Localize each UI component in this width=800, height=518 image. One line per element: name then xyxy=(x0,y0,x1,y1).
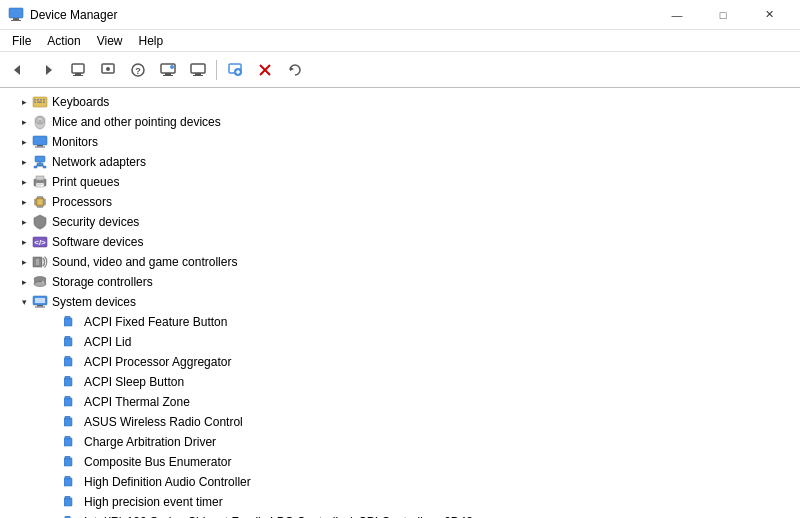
svg-text:</>: </> xyxy=(34,238,46,247)
leaf-spacer xyxy=(48,454,64,470)
cpu-icon xyxy=(32,194,48,210)
svg-rect-14 xyxy=(163,75,173,76)
monitors-label: Monitors xyxy=(52,135,98,149)
monitor-icon xyxy=(32,134,48,150)
properties-button[interactable] xyxy=(64,56,92,84)
system-label: System devices xyxy=(52,295,136,309)
tree-item-security[interactable]: Security devices xyxy=(0,212,800,232)
forward-button[interactable] xyxy=(34,56,62,84)
svg-point-73 xyxy=(42,281,44,283)
menu-action[interactable]: Action xyxy=(39,30,88,52)
svg-marker-25 xyxy=(290,67,294,71)
sound-icon xyxy=(32,254,48,270)
menu-view[interactable]: View xyxy=(89,30,131,52)
svg-rect-1 xyxy=(13,18,19,20)
svg-rect-97 xyxy=(65,496,70,499)
network-label: Network adapters xyxy=(52,155,146,169)
charge-arb-label: Charge Arbitration Driver xyxy=(84,435,216,449)
svg-rect-95 xyxy=(65,476,70,479)
svg-rect-93 xyxy=(65,456,70,459)
expand-icon[interactable] xyxy=(16,134,32,150)
collapse-icon[interactable] xyxy=(16,294,32,310)
leaf-spacer xyxy=(48,374,64,390)
maximize-button[interactable]: □ xyxy=(700,0,746,30)
svg-rect-17 xyxy=(195,73,201,75)
remove-button[interactable] xyxy=(251,56,279,84)
tree-item-mice[interactable]: Mice and other pointing devices xyxy=(0,112,800,132)
tree-item-network[interactable]: Network adapters xyxy=(0,152,800,172)
tree-item-sound[interactable]: Sound, video and game controllers xyxy=(0,252,800,272)
app-icon xyxy=(8,7,24,23)
tree-item-composite[interactable]: Composite Bus Enumerator xyxy=(0,452,800,472)
sysdev-icon xyxy=(64,314,80,330)
storage-icon xyxy=(32,274,48,290)
svg-marker-4 xyxy=(46,65,52,75)
acpi-thermal-label: ACPI Thermal Zone xyxy=(84,395,190,409)
svg-rect-45 xyxy=(34,166,37,168)
tree-item-software[interactable]: </> Software devices xyxy=(0,232,800,252)
svg-point-72 xyxy=(34,282,46,287)
software-label: Software devices xyxy=(52,235,143,249)
expand-icon[interactable] xyxy=(16,114,32,130)
expand-icon[interactable] xyxy=(16,214,32,230)
sysdev-icon xyxy=(64,354,80,370)
window-title: Device Manager xyxy=(30,8,654,22)
expand-icon[interactable] xyxy=(16,234,32,250)
tree-item-processors[interactable]: Processors xyxy=(0,192,800,212)
storage-label: Storage controllers xyxy=(52,275,153,289)
tree-item-storage[interactable]: Storage controllers xyxy=(0,272,800,292)
svg-rect-16 xyxy=(191,64,205,73)
expand-icon[interactable] xyxy=(16,94,32,110)
expand-icon[interactable] xyxy=(16,174,32,190)
svg-rect-87 xyxy=(65,396,70,399)
tree-item-intel-lpc[interactable]: Intel(R) 100 Series Chipset Family LPC C… xyxy=(0,512,800,518)
close-button[interactable]: ✕ xyxy=(746,0,792,30)
svg-rect-28 xyxy=(37,99,39,101)
svg-rect-32 xyxy=(37,102,42,104)
menu-help[interactable]: Help xyxy=(131,30,172,52)
expand-icon[interactable] xyxy=(16,154,32,170)
tree-item-acpi-sleep[interactable]: ACPI Sleep Button xyxy=(0,372,800,392)
sysdev-icon xyxy=(64,454,80,470)
scan2-button[interactable] xyxy=(184,56,212,84)
software-icon: </> xyxy=(32,234,48,250)
svg-rect-30 xyxy=(43,99,45,101)
tree-item-charge-arb[interactable]: Charge Arbitration Driver xyxy=(0,432,800,452)
tree-item-monitors[interactable]: Monitors xyxy=(0,132,800,152)
sysdev-icon xyxy=(64,514,80,518)
tree-item-asus-wireless[interactable]: ASUS Wireless Radio Control xyxy=(0,412,800,432)
svg-rect-31 xyxy=(34,102,36,104)
tree-item-acpi-lid[interactable]: ACPI Lid xyxy=(0,332,800,352)
back-button[interactable] xyxy=(4,56,32,84)
tree-item-acpi-proc[interactable]: ACPI Processor Aggregator xyxy=(0,352,800,372)
sysdev-icon xyxy=(64,434,80,450)
acpi-sleep-label: ACPI Sleep Button xyxy=(84,375,184,389)
menu-file[interactable]: File xyxy=(4,30,39,52)
svg-rect-41 xyxy=(35,156,45,162)
tree-item-system[interactable]: System devices xyxy=(0,292,800,312)
tree-item-hpet[interactable]: High precision event timer xyxy=(0,492,800,512)
rollback-button[interactable] xyxy=(281,56,309,84)
tree-item-hda[interactable]: High Definition Audio Controller xyxy=(0,472,800,492)
svg-rect-75 xyxy=(37,305,43,307)
keyboard-icon xyxy=(32,94,48,110)
tree-item-keyboards[interactable]: Keyboards xyxy=(0,92,800,112)
svg-rect-48 xyxy=(36,176,44,180)
expand-icon[interactable] xyxy=(16,254,32,270)
svg-rect-5 xyxy=(72,64,84,73)
minimize-button[interactable]: — xyxy=(654,0,700,30)
tree-item-acpi-thermal[interactable]: ACPI Thermal Zone xyxy=(0,392,800,412)
tree-item-print[interactable]: Print queues xyxy=(0,172,800,192)
leaf-spacer xyxy=(48,314,64,330)
expand-icon[interactable] xyxy=(16,274,32,290)
svg-rect-83 xyxy=(65,356,70,359)
update-driver-button[interactable] xyxy=(94,56,122,84)
asus-wireless-label: ASUS Wireless Radio Control xyxy=(84,415,243,429)
tree-item-acpi-fixed[interactable]: ACPI Fixed Feature Button xyxy=(0,312,800,332)
add-button[interactable] xyxy=(221,56,249,84)
device-tree[interactable]: Keyboards Mice and other pointing device… xyxy=(0,88,800,518)
expand-icon[interactable] xyxy=(16,194,32,210)
network-icon xyxy=(32,154,48,170)
help-button[interactable]: ? xyxy=(124,56,152,84)
scan-button[interactable] xyxy=(154,56,182,84)
